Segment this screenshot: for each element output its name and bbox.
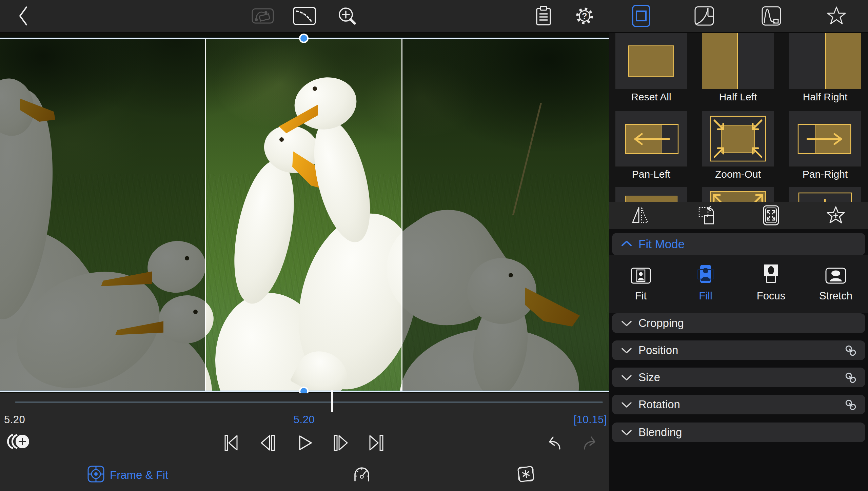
back-icon xyxy=(17,5,31,27)
keyframe-add-icon xyxy=(6,433,30,450)
chevron-down-icon xyxy=(621,374,632,381)
clipboard-icon xyxy=(535,6,552,26)
flip-horizontal-button[interactable] xyxy=(629,204,651,226)
skip-end-button[interactable] xyxy=(368,434,385,453)
fit-mode-options: Fit Fill Focus xyxy=(609,255,868,313)
play-icon xyxy=(296,434,314,452)
preset-partial-outline[interactable] xyxy=(789,187,861,202)
preset-pan-left[interactable] xyxy=(615,111,687,166)
tab-audio-panel[interactable] xyxy=(761,0,782,32)
fit-mode-header[interactable]: Fit Mode xyxy=(612,233,865,255)
zoom-in-button[interactable] xyxy=(336,0,358,32)
preset-zoom-out[interactable] xyxy=(702,111,774,166)
preset-reset-all-glyph xyxy=(628,45,674,77)
motion-path-button[interactable] xyxy=(251,0,275,32)
redo-icon xyxy=(581,435,600,452)
zoom-in-icon xyxy=(337,6,357,26)
dim-overlay-right xyxy=(402,38,609,392)
preset-partial-zoom-in[interactable] xyxy=(702,187,774,202)
stabilizer-icon xyxy=(515,465,536,484)
motion-path-icon xyxy=(252,7,274,25)
tab-color-panel[interactable] xyxy=(694,0,715,32)
section-label: Size xyxy=(638,371,660,384)
preset-reset-all[interactable] xyxy=(615,33,687,89)
focus-icon xyxy=(761,264,781,284)
save-preset-button[interactable] xyxy=(825,204,847,226)
project-notes-button[interactable] xyxy=(533,0,554,32)
preset-label: Pan-Left xyxy=(615,169,687,180)
section-rotation[interactable]: Rotation xyxy=(612,395,865,414)
fit-mode-option-stretch[interactable]: Stretch xyxy=(804,268,868,302)
keyframe-target-icon xyxy=(87,465,105,483)
link-icon[interactable] xyxy=(844,398,857,411)
add-keyframe-button[interactable] xyxy=(6,433,30,451)
section-label: Position xyxy=(638,344,678,357)
tool-label: Frame & Fit xyxy=(110,469,168,482)
crop-frame[interactable] xyxy=(205,38,402,392)
skip-start-button[interactable] xyxy=(223,434,241,453)
help-gear-icon: ? xyxy=(574,6,595,26)
link-icon[interactable] xyxy=(844,371,857,384)
timeline-track[interactable] xyxy=(15,401,603,403)
help-button[interactable]: ? xyxy=(574,0,595,32)
frame-fit-panel: Reset All Half Left Half Right Pan-Left xyxy=(609,33,868,491)
preset-half-right-glyph xyxy=(825,33,861,89)
star-add-icon xyxy=(826,205,846,225)
preset-label: Pan-Right xyxy=(789,169,861,180)
stretch-icon xyxy=(825,268,846,284)
stabilizer-button[interactable] xyxy=(515,465,536,486)
preset-partial-fill[interactable] xyxy=(615,187,687,202)
back-button[interactable] xyxy=(14,0,34,32)
preset-label: Reset All xyxy=(615,91,687,103)
section-size[interactable]: Size xyxy=(612,368,865,387)
preset-partial-glyph xyxy=(789,187,861,202)
easing-curve-button[interactable] xyxy=(292,0,317,32)
fill-icon xyxy=(695,264,716,284)
flip-horizontal-icon xyxy=(630,206,650,224)
fit-mode-option-label: Focus xyxy=(739,290,803,302)
preset-half-left[interactable] xyxy=(702,33,774,89)
fit-mode-title: Fit Mode xyxy=(638,237,685,251)
section-cropping[interactable]: Cropping xyxy=(612,313,865,333)
frame-fit-tool-button[interactable] xyxy=(87,465,105,484)
preset-half-right[interactable] xyxy=(789,33,861,89)
preset-half-left-glyph xyxy=(702,33,738,89)
chevron-down-icon xyxy=(621,347,632,354)
step-back-button[interactable] xyxy=(259,434,277,453)
frame-handle-top[interactable] xyxy=(299,34,309,43)
video-preview-canvas[interactable] xyxy=(0,33,609,393)
speed-button[interactable] xyxy=(352,465,372,484)
preset-label: Half Right xyxy=(789,91,861,103)
step-forward-button[interactable] xyxy=(332,434,350,453)
expand-button[interactable] xyxy=(760,204,782,226)
top-toolbar: ? xyxy=(0,0,868,33)
play-button[interactable] xyxy=(296,434,314,453)
link-icon[interactable] xyxy=(844,344,857,357)
chevron-down-icon xyxy=(621,320,632,327)
rotate-button[interactable] xyxy=(695,204,717,226)
section-blending[interactable]: Blending xyxy=(612,423,865,442)
fit-mode-option-fit[interactable]: Fit xyxy=(609,268,673,302)
preset-pan-right[interactable] xyxy=(789,111,861,166)
tab-frame-fit-panel[interactable] xyxy=(630,0,652,32)
skip-end-icon xyxy=(368,434,385,452)
redo-button[interactable] xyxy=(581,435,600,453)
chevron-down-icon xyxy=(621,429,632,436)
frame-fit-panel-icon xyxy=(632,5,650,27)
dim-overlay-left xyxy=(0,38,205,392)
fit-mode-option-fill[interactable]: Fill xyxy=(673,264,738,302)
easing-curve-icon xyxy=(293,7,316,25)
star-icon xyxy=(827,6,846,26)
curves-panel-icon xyxy=(694,6,714,26)
fit-mode-option-focus[interactable]: Focus xyxy=(739,264,803,302)
section-position[interactable]: Position xyxy=(612,340,865,360)
timeline-playhead[interactable] xyxy=(331,390,333,412)
undo-button[interactable] xyxy=(544,435,563,453)
panel-toolbar xyxy=(609,202,868,229)
frame-handle-bottom[interactable] xyxy=(299,387,309,393)
svg-text:?: ? xyxy=(582,11,587,21)
chevron-down-icon xyxy=(621,401,632,408)
favorites-button[interactable] xyxy=(826,0,847,32)
fit-mode-option-label: Fill xyxy=(673,290,738,302)
preset-pan-right-glyph xyxy=(789,111,861,166)
